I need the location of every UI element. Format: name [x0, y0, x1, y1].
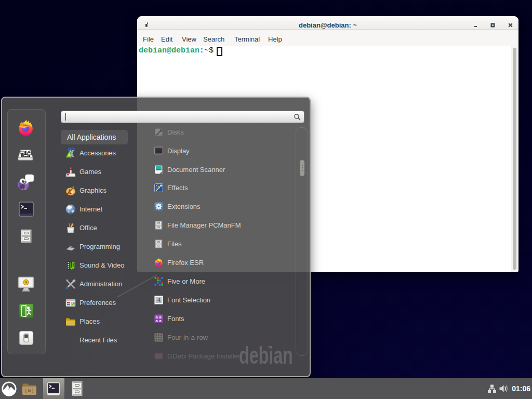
svg-text:A: A: [156, 296, 161, 304]
